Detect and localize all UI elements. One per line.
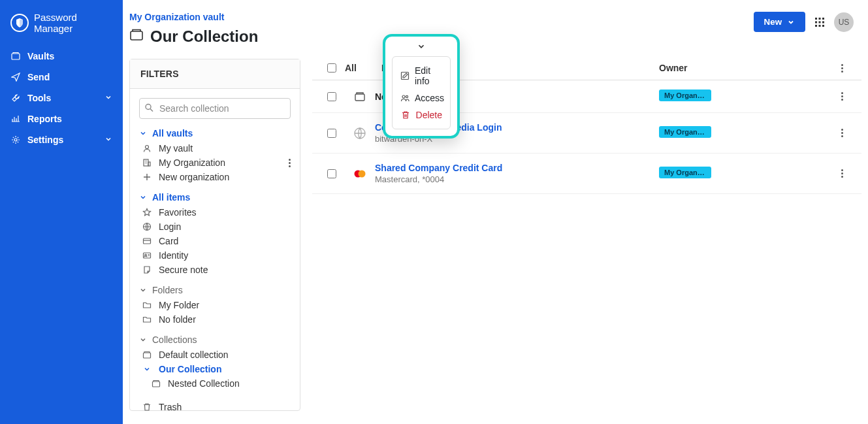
pencil-icon bbox=[400, 71, 410, 80]
avatar[interactable]: US bbox=[834, 12, 854, 32]
chevron-down-icon bbox=[787, 18, 795, 26]
owner-badge: My Organiz... bbox=[659, 90, 711, 101]
filter-label: Login bbox=[159, 221, 181, 232]
filters-panel: FILTERS All vaults My vault bbox=[129, 59, 300, 411]
filter-our-collection[interactable]: Our Collection bbox=[139, 362, 291, 376]
chevron-down-icon bbox=[139, 336, 147, 344]
filter-secure-note[interactable]: Secure note bbox=[139, 263, 291, 277]
send-icon bbox=[10, 73, 21, 82]
topbar: My Organization vault Our Collection New… bbox=[123, 0, 868, 46]
filter-default-collection[interactable]: Default collection bbox=[139, 348, 291, 362]
new-button[interactable]: New bbox=[754, 12, 805, 32]
col-owner: Owner bbox=[659, 63, 829, 73]
folder-icon bbox=[142, 301, 152, 310]
trash-icon bbox=[400, 110, 411, 120]
row-menu-icon[interactable] bbox=[841, 129, 843, 137]
menu-label: Delete bbox=[416, 110, 442, 120]
item-name[interactable]: Shared Company Credit Card bbox=[375, 163, 502, 173]
menu-edit-info[interactable]: Edit info bbox=[393, 62, 450, 90]
breadcrumb[interactable]: My Organization vault bbox=[129, 12, 258, 22]
search-input[interactable] bbox=[139, 98, 291, 119]
row-checkbox[interactable] bbox=[327, 92, 336, 101]
nav-label: Tools bbox=[27, 93, 51, 103]
page-title-text: Our Collection bbox=[150, 27, 258, 46]
row-checkbox[interactable] bbox=[327, 169, 336, 178]
svg-rect-12 bbox=[822, 25, 824, 27]
filter-all-items[interactable]: All items bbox=[139, 189, 291, 205]
folder-icon bbox=[142, 315, 152, 324]
filter-trash[interactable]: Trash bbox=[139, 400, 291, 414]
filter-label: Collections bbox=[152, 334, 197, 345]
users-icon bbox=[400, 93, 410, 103]
select-all-checkbox[interactable] bbox=[327, 63, 336, 73]
top-right: New US bbox=[754, 12, 854, 32]
card-icon bbox=[142, 236, 152, 246]
filter-collections[interactable]: Collections bbox=[139, 332, 291, 348]
identity-icon bbox=[142, 251, 152, 260]
filter-label: Folders bbox=[152, 285, 183, 295]
svg-rect-8 bbox=[819, 21, 821, 23]
owner-badge: My Organiz... bbox=[659, 167, 711, 178]
filter-label: New organization bbox=[159, 172, 229, 182]
collection-menu-toggle[interactable] bbox=[385, 39, 457, 54]
filter-my-folder[interactable]: My Folder bbox=[139, 298, 291, 312]
filter-identity[interactable]: Identity bbox=[139, 248, 291, 263]
filter-my-organization[interactable]: My Organization bbox=[139, 155, 291, 170]
gear-icon bbox=[10, 135, 21, 144]
filter-label: My Folder bbox=[159, 300, 199, 310]
svg-rect-21 bbox=[144, 238, 151, 244]
nav-tools[interactable]: Tools bbox=[0, 88, 123, 108]
col-all[interactable]: All bbox=[345, 63, 381, 73]
svg-point-29 bbox=[359, 170, 366, 177]
nav-send[interactable]: Send bbox=[0, 67, 123, 88]
svg-rect-13 bbox=[402, 73, 409, 80]
kebab-menu-icon[interactable] bbox=[289, 159, 291, 167]
svg-point-16 bbox=[146, 105, 151, 110]
chevron-down-icon bbox=[142, 365, 152, 373]
row-menu-icon[interactable] bbox=[841, 169, 843, 178]
svg-rect-3 bbox=[131, 31, 142, 40]
filter-label: No folder bbox=[159, 314, 196, 325]
filter-all-vaults[interactable]: All vaults bbox=[139, 125, 291, 141]
row-checkbox[interactable] bbox=[327, 129, 336, 138]
chevron-down-icon bbox=[104, 135, 112, 145]
svg-rect-5 bbox=[819, 18, 821, 20]
filter-card[interactable]: Card bbox=[139, 234, 291, 248]
filter-login[interactable]: Login bbox=[139, 220, 291, 234]
nav-vaults[interactable]: Vaults bbox=[0, 46, 123, 67]
sidebar-header: Password Manager bbox=[0, 0, 123, 42]
reports-icon bbox=[10, 114, 21, 123]
svg-point-15 bbox=[406, 95, 408, 97]
collection-icon bbox=[129, 27, 144, 46]
filter-nested-collection[interactable]: Nested Collection bbox=[139, 376, 291, 391]
svg-rect-7 bbox=[815, 21, 817, 23]
chevron-down-icon bbox=[139, 286, 147, 294]
svg-rect-9 bbox=[822, 21, 824, 23]
note-icon bbox=[142, 265, 152, 274]
filter-label: All items bbox=[152, 192, 190, 203]
building-icon bbox=[142, 158, 152, 167]
filter-favorites[interactable]: Favorites bbox=[139, 205, 291, 220]
new-button-label: New bbox=[764, 17, 782, 27]
filter-no-folder[interactable]: No folder bbox=[139, 312, 291, 327]
filters-heading: FILTERS bbox=[130, 59, 300, 89]
row-menu-icon[interactable] bbox=[841, 92, 843, 101]
filter-label: Card bbox=[159, 236, 178, 246]
main: My Organization vault Our Collection New… bbox=[123, 0, 868, 424]
chevron-down-icon bbox=[139, 193, 147, 201]
header-menu-icon[interactable] bbox=[841, 64, 843, 73]
star-icon bbox=[142, 208, 152, 217]
svg-rect-11 bbox=[819, 25, 821, 27]
svg-rect-25 bbox=[153, 382, 160, 387]
sidebar: Password Manager Vaults Send Tools Repor… bbox=[0, 0, 123, 424]
menu-delete[interactable]: Delete bbox=[393, 106, 450, 123]
filter-new-organization[interactable]: New organization bbox=[139, 170, 291, 184]
menu-access[interactable]: Access bbox=[393, 90, 450, 106]
filter-my-vault[interactable]: My vault bbox=[139, 141, 291, 155]
apps-grid-icon[interactable] bbox=[814, 17, 825, 27]
filter-folders[interactable]: Folders bbox=[139, 282, 291, 298]
nav-reports[interactable]: Reports bbox=[0, 108, 123, 129]
search-icon bbox=[144, 103, 153, 114]
owner-badge: My Organiz... bbox=[659, 126, 711, 138]
nav-settings[interactable]: Settings bbox=[0, 129, 123, 150]
